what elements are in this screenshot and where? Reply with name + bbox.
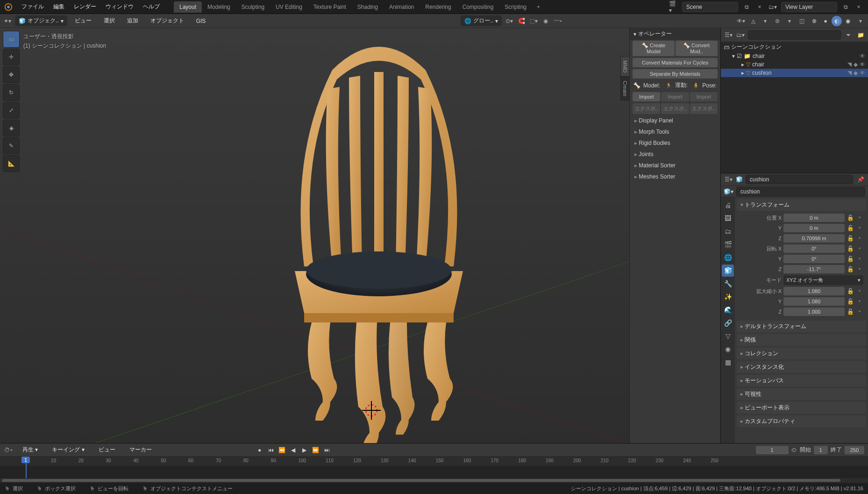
delta-transform-section[interactable]: デルタトランスフォーム [737,321,866,332]
tab-object[interactable]: 🧊 [722,265,734,277]
tab-compositing[interactable]: Compositing [457,1,499,13]
shading-options-icon[interactable]: ▾ [856,16,865,26]
tool-transform[interactable]: ◈ [3,120,20,136]
jump-end-icon[interactable]: ⏭ [322,445,332,455]
play-icon[interactable]: ▶ [299,445,310,455]
play-reverse-icon[interactable]: ◀ [288,445,299,455]
joints-section[interactable]: Joints [630,149,720,160]
tab-scripting[interactable]: Scripting [499,1,532,13]
n-tab-mmd[interactable]: MMD [620,56,629,77]
tab-output[interactable]: 🖼 [722,212,734,224]
gizmo-options-icon[interactable]: ▾ [761,16,770,26]
tab-shading[interactable]: Shading [352,1,384,13]
prev-keyframe-icon[interactable]: ⏪ [277,445,287,455]
material-sorter-section[interactable]: Material Sorter [630,160,720,171]
morph-tools-section[interactable]: Morph Tools [630,126,720,137]
snap-toggle-icon[interactable]: 🧲 [517,16,526,26]
rotation-x[interactable]: 0° [783,244,845,253]
tool-cursor[interactable]: ✛ [3,49,20,65]
viewport-display-section[interactable]: ビューポート表示 [737,402,866,414]
tab-scene[interactable]: 🎬 [722,238,734,251]
menu-render[interactable]: レンダー [69,0,101,14]
pose-export-button[interactable]: エクスポ.. [690,103,718,114]
overlay-toggle-icon[interactable]: ⊚ [773,16,782,26]
mode-dropdown[interactable]: 🧊 オブジェク.. ▾ [15,15,67,26]
tab-texture[interactable]: ▦ [722,356,734,368]
tab-rendering[interactable]: Rendering [420,1,456,13]
viewlayer-browse-icon[interactable]: 🗂▾ [768,2,777,12]
meshes-sorter-section[interactable]: Meshes Sorter [630,171,720,182]
visibility-section[interactable]: 可視性 [737,388,866,400]
relations-section[interactable]: 関係 [737,334,866,346]
viewlayer-name-field[interactable]: View Layer [781,2,837,12]
outliner-type-icon[interactable]: ☰▾ [724,30,733,40]
scene-name-field[interactable]: Scene [682,2,738,12]
location-x[interactable]: 0 m [783,214,845,222]
tab-animation[interactable]: Animation [384,1,420,13]
n-panel-header[interactable]: ▾ オペレーター [630,28,720,40]
tab-material[interactable]: ◉ [722,343,734,355]
tool-scale[interactable]: ⤢ [3,102,20,119]
eye-icon[interactable]: 👁 [860,53,865,59]
tab-mesh-data[interactable]: ▽ [722,330,734,342]
props-type-icon[interactable]: ☰▾ [724,175,733,184]
keying-menu[interactable]: キーイング ▾ [47,443,89,457]
tab-physics[interactable]: 🌊 [722,304,734,316]
lock-icon[interactable]: 🔓 [847,225,854,231]
shading-solid[interactable]: ● [820,16,831,26]
menu-window[interactable]: ウィンドウ [101,0,138,14]
scale-z[interactable]: 1.000 [783,308,845,316]
auto-keying-icon[interactable]: ● [255,445,265,455]
timeline-scroll-thumb[interactable] [2,479,840,482]
transform-section-header[interactable]: トランスフォーム [737,199,866,211]
outliner-search[interactable] [748,30,841,40]
visibility-icon[interactable]: 👁▾ [736,16,746,26]
outliner-mesh-cushion[interactable]: ▸▽cushion◥◆👁 [721,69,868,77]
timeline-scrollbar[interactable] [0,478,868,483]
tab-uv-editing[interactable]: UV Editing [270,1,308,13]
instancing-section[interactable]: インスタンス化 [737,361,866,373]
rigid-bodies-section[interactable]: Rigid Bodies [630,137,720,149]
object-name-field[interactable]: cushion [746,175,853,184]
timeline-track[interactable]: 0102030405060708090100110120130140150160… [0,457,868,478]
delete-scene-icon[interactable]: × [755,2,764,12]
convert-materials-button[interactable]: Convert Materials For Cycles [633,58,718,67]
clock-icon[interactable]: ⏲ [791,447,797,453]
tab-viewlayer[interactable]: 🗂 [722,225,734,237]
lock-icon[interactable]: 🔓 [847,298,854,305]
current-frame-field[interactable]: 1 [756,446,789,454]
pivot-icon[interactable]: ⊙▾ [505,16,514,26]
tool-annotate[interactable]: ✎ [3,137,20,154]
delete-viewlayer-icon[interactable]: × [854,2,863,12]
overlay-options-icon[interactable]: ▾ [785,16,794,26]
outliner-scene-collection[interactable]: 🗃シーンコレクション [721,42,868,52]
shading-lookdev[interactable]: ◐ [832,16,842,26]
scale-y[interactable]: 1.080 [783,297,845,306]
scene-browse-icon[interactable]: 🎬▾ [669,2,678,12]
gis-menu[interactable]: GIS [192,15,211,27]
lock-icon[interactable]: 🔓 [847,245,854,252]
jump-start-icon[interactable]: ⏮ [266,445,276,455]
add-menu[interactable]: 追加 [122,14,143,28]
tool-measure[interactable]: 📐 [3,155,20,172]
pose-import-button[interactable]: Import [690,92,718,101]
timeline-view-menu[interactable]: ビュー [94,443,120,457]
location-z[interactable]: 0.70998 m [783,234,845,243]
lock-icon[interactable]: 🔓 [847,256,854,262]
tab-sculpting[interactable]: Sculpting [236,1,270,13]
outliner-mode-icon[interactable]: 🗂▾ [736,30,745,40]
tool-move[interactable]: ✥ [3,66,20,83]
editor-type-icon[interactable]: ✦▾ [3,16,12,26]
next-keyframe-icon[interactable]: ⏩ [311,445,321,455]
custom-properties-section[interactable]: カスタムプロパティ [737,415,866,427]
new-scene-icon[interactable]: ⧉ [742,2,751,12]
outliner-mesh-chair[interactable]: ▸▽chair◥◆👁 [721,60,868,69]
new-viewlayer-icon[interactable]: ⧉ [841,2,850,12]
select-menu[interactable]: 選択 [99,14,120,28]
3d-viewport[interactable]: ユーザー・透視投影 (1) シーンコレクション | cushion ▭ ✛ ✥ … [0,28,720,443]
collections-section[interactable]: コレクション [737,348,866,359]
outliner-new-collection-icon[interactable]: 📁 [856,30,865,40]
tab-world[interactable]: 🌐 [722,251,734,264]
timeline-ruler[interactable]: 0102030405060708090100110120130140150160… [0,457,868,466]
object-menu[interactable]: オブジェクト [146,14,189,28]
